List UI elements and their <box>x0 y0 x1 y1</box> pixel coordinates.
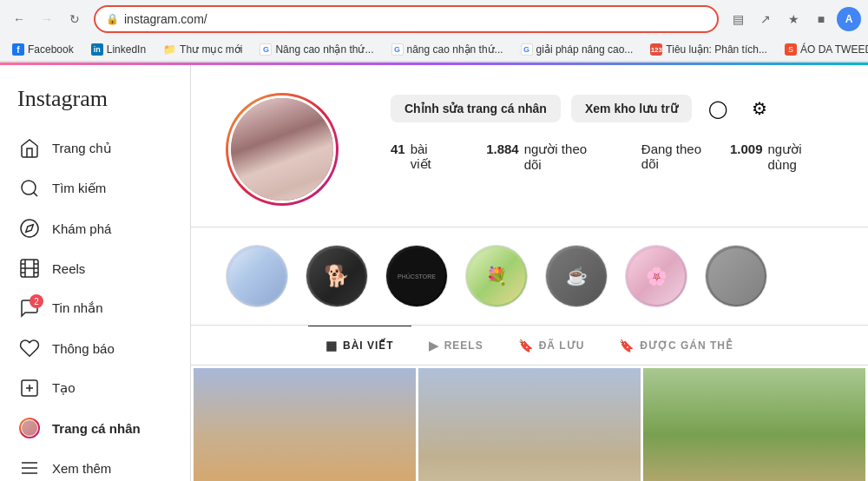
profile-avatar-icon <box>19 418 40 438</box>
tab-posts-label: BÀI VIẾT <box>343 339 394 352</box>
sidebar-item-home-label: Trang chủ <box>52 141 112 156</box>
photo-item-1[interactable] <box>194 368 416 481</box>
bookmark-google1[interactable]: G Nâng cao nhận thứ... <box>254 42 378 57</box>
tab-reels[interactable]: ▶ REELS <box>411 326 501 365</box>
sidebar-item-profile[interactable]: Trang cá nhân <box>7 409 183 447</box>
bookmark-linkedin-label: LinkedIn <box>107 43 146 56</box>
sidebar-item-more-label: Xem thêm <box>52 461 111 476</box>
menu-icon <box>19 458 40 478</box>
stories-highlights-section: 🐕 PHÚCSTORE 💐 ☕ <box>191 227 868 326</box>
bookmark-shopee[interactable]: S ÁO DA TWEED CO... <box>779 42 868 57</box>
bookmark-linkedin[interactable]: in LinkedIn <box>86 42 151 57</box>
tab-posts[interactable]: ▦ BÀI VIẾT <box>308 326 411 365</box>
sidebar-item-reels[interactable]: Reels <box>7 249 183 287</box>
story-item-1[interactable] <box>226 245 288 307</box>
profile-tabs: ▦ BÀI VIẾT ▶ REELS 🔖 ĐÃ LƯU 🔖 ĐƯỢC GÁN T… <box>191 326 868 366</box>
threads-button[interactable]: ◯ <box>702 93 733 124</box>
posts-count: 41 <box>391 142 405 172</box>
story-item-2[interactable]: 🐕 <box>306 245 368 307</box>
following-count: 1.009 <box>730 142 763 172</box>
sidebar-item-create[interactable]: Tạo <box>7 369 183 407</box>
bookmark-123-label: Tiêu luận: Phân tích... <box>666 43 767 56</box>
svg-line-1 <box>34 193 37 196</box>
photo-grid <box>191 366 868 481</box>
share-button[interactable]: ↗ <box>753 7 778 31</box>
sidebar-item-create-label: Tạo <box>52 380 76 396</box>
sidebar-item-notifications[interactable]: Thông báo <box>7 329 183 367</box>
bookmark-123[interactable]: 123 Tiêu luận: Phân tích... <box>645 42 773 57</box>
profile-avatar <box>226 93 339 206</box>
tab-saved[interactable]: 🔖 ĐÃ LƯU <box>501 326 602 365</box>
story-item-4[interactable]: 💐 <box>465 245 528 307</box>
story-circle-4: 💐 <box>465 245 528 307</box>
settings-button[interactable]: ⚙ <box>744 93 775 124</box>
svg-point-0 <box>22 181 36 194</box>
story-circle-1 <box>226 245 288 307</box>
story-circle-5: ☕ <box>545 245 608 307</box>
folder-icon: 📁 <box>163 43 176 56</box>
tab-saved-label: ĐÃ LƯU <box>539 339 585 352</box>
story-item-7[interactable] <box>705 245 767 307</box>
followers-count: 1.884 <box>486 142 519 172</box>
bookmark-shopee-label: ÁO DA TWEED CO... <box>800 43 868 56</box>
linkedin-favicon: in <box>91 43 103 56</box>
sidebar-item-messages[interactable]: 2 Tin nhắn <box>7 289 183 327</box>
tab-tagged[interactable]: 🔖 ĐƯỢC GÁN THẺ <box>602 326 751 365</box>
address-bar[interactable]: 🔒 <box>94 5 719 33</box>
story-item-6[interactable]: 🌸 <box>625 245 687 307</box>
sidebar-navigation: Trang chủ Tìm kiếm Khám phá <box>0 129 190 481</box>
tab-tagged-label: ĐƯỢC GÁN THẺ <box>640 339 733 352</box>
sidebar-item-profile-label: Trang cá nhân <box>52 421 141 436</box>
profile-button[interactable]: A <box>837 7 861 31</box>
url-input[interactable] <box>124 12 707 26</box>
sidebar-item-more[interactable]: Xem thêm <box>7 449 183 481</box>
toolbar-actions: ▤ ↗ ★ ■ A <box>726 7 861 31</box>
following-stat[interactable]: Đang theo dõi 1.009 người dùng <box>641 142 833 172</box>
grid-icon: ▦ <box>326 339 338 353</box>
story-circle-6: 🌸 <box>625 245 687 307</box>
google3-favicon: G <box>521 43 533 56</box>
cast-button[interactable]: ▤ <box>726 7 750 31</box>
photo-item-2[interactable] <box>418 368 641 481</box>
home-icon <box>19 138 40 159</box>
google1-favicon: G <box>260 43 272 56</box>
sidebar-item-explore[interactable]: Khám phá <box>7 209 183 247</box>
plus-square-icon <box>19 378 40 399</box>
profile-info: Chỉnh sửa trang cá nhân Xem kho lưu trữ … <box>391 93 833 186</box>
view-archive-button[interactable]: Xem kho lưu trữ <box>571 95 692 122</box>
story-item-3[interactable]: PHÚCSTORE <box>385 245 448 307</box>
edit-profile-button[interactable]: Chỉnh sửa trang cá nhân <box>391 95 561 122</box>
story-item-5[interactable]: ☕ <box>545 245 608 307</box>
sidebar-item-search-label: Tìm kiếm <box>52 181 106 196</box>
instagram-logo: Instagram <box>17 86 108 111</box>
refresh-button[interactable]: ↻ <box>62 7 87 31</box>
sidebar-logo: Instagram <box>0 79 190 129</box>
bookmark-google3-label: giải pháp nâng cao... <box>536 43 634 56</box>
tab-reels-label: REELS <box>444 339 483 352</box>
sidebar-item-notifications-label: Thông báo <box>52 341 115 356</box>
bookmark-folder[interactable]: 📁 Thư mục mới <box>158 42 247 57</box>
back-button[interactable]: ← <box>7 7 31 31</box>
nav-buttons: ← → ↻ <box>7 7 87 31</box>
photo-item-3[interactable] <box>643 368 865 481</box>
sidebar-item-messages-label: Tin nhắn <box>52 300 102 316</box>
bookmark-facebook[interactable]: f Facebook <box>7 42 79 57</box>
messenger-icon: 2 <box>19 298 40 319</box>
sidebar-item-search[interactable]: Tìm kiếm <box>7 169 183 208</box>
forward-button[interactable]: → <box>35 7 59 31</box>
bookmark-google3[interactable]: G giải pháp nâng cao... <box>516 42 639 57</box>
profile-avatar-inner <box>228 96 336 203</box>
bookmark-icon: 🔖 <box>518 339 534 353</box>
bookmark-google2-label: nâng cao nhận thứ... <box>407 43 503 56</box>
123-favicon: 123 <box>650 43 662 56</box>
followers-stat[interactable]: 1.884 người theo dõi <box>486 142 607 172</box>
shopee-favicon: S <box>785 43 797 56</box>
extensions-button[interactable]: ■ <box>809 7 833 31</box>
bookmark-folder-label: Thư mục mới <box>180 43 242 56</box>
bookmark-google1-label: Nâng cao nhận thứ... <box>275 43 373 56</box>
bookmark-google2[interactable]: G nâng cao nhận thứ... <box>386 42 509 57</box>
bookmark-button[interactable]: ★ <box>781 7 806 31</box>
reels-tab-icon: ▶ <box>429 339 439 353</box>
sidebar-item-home[interactable]: Trang chủ <box>7 129 183 168</box>
profile-actions: Chỉnh sửa trang cá nhân Xem kho lưu trữ … <box>391 93 833 124</box>
